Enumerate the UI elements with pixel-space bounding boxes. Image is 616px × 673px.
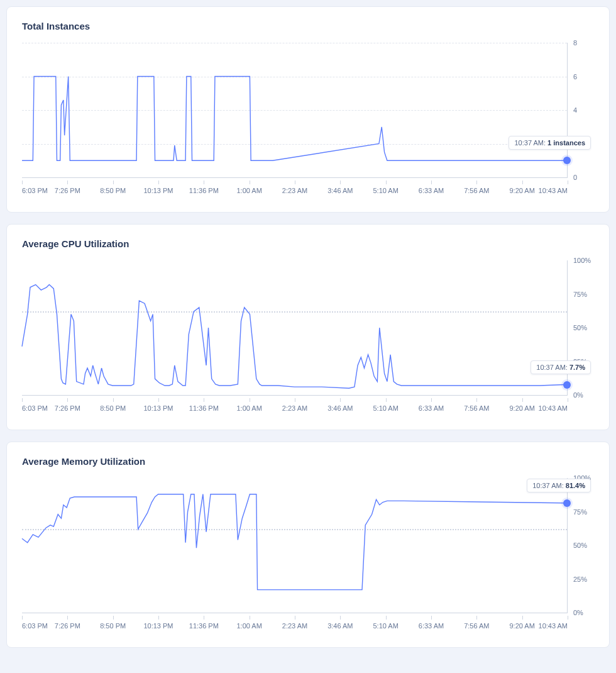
x-tick-label: 2:23 AM [282,622,307,630]
y-tick-label: 75% [569,508,593,516]
x-tick-label: 7:26 PM [55,404,80,412]
chart-wrap: 0246810:37 AM: 1 instances6:03 PM7:26 PM… [22,43,594,202]
x-tick-label: 1:00 AM [236,404,261,412]
x-tick-label: 9:20 AM [509,187,534,194]
data-point-marker[interactable] [563,499,571,507]
x-tick-label: 7:56 AM [464,187,489,194]
x-tick-label: 3:46 AM [327,622,353,630]
series-svg [22,260,567,395]
x-tick-label: 11:36 PM [189,404,219,412]
plot-area[interactable]: 0246810:37 AM: 1 instances [22,43,568,178]
panel-title: Average CPU Utilization [22,238,594,249]
chart-panel-cpu: Average CPU Utilization0%25%50%75%100%10… [6,224,610,430]
y-tick-label: 50% [569,324,593,331]
panel-title: Average Memory Utilization [22,456,594,467]
x-tick-label: 3:46 AM [327,187,353,194]
plot-area[interactable]: 0%25%50%75%100%10:37 AM: 7.7% [22,260,568,396]
data-point-marker[interactable] [563,381,571,389]
x-tick-label: 8:50 PM [100,404,126,412]
x-tick-label: 7:56 AM [464,622,489,630]
x-tick-label: 7:26 PM [55,187,80,194]
chart-wrap: 0%25%50%75%100%10:37 AM: 7.7%6:03 PM7:26… [22,260,594,420]
y-tick-label: 25% [569,576,593,583]
x-tick-label: 6:03 PM [22,622,48,630]
x-tick-label: 10:43 AM [539,187,568,194]
x-axis: 6:03 PM7:26 PM8:50 PM10:13 PM11:36 PM1:0… [22,181,568,202]
x-axis: 6:03 PM7:26 PM8:50 PM10:13 PM11:36 PM1:0… [22,616,568,637]
series-svg [22,43,567,177]
tooltip-time: 10:37 AM: [532,482,566,489]
x-tick-label: 2:23 AM [282,187,307,194]
x-tick-label: 2:23 AM [282,404,307,412]
x-tick-label: 6:33 AM [419,622,444,630]
x-tick-label: 6:33 AM [419,404,444,412]
x-tick-label: 5:10 AM [373,622,398,630]
x-tick-label: 3:46 AM [327,404,353,412]
series-svg [22,478,567,613]
y-tick-label: 50% [569,542,593,549]
panel-title: Total Instances [22,21,594,31]
x-tick-label: 5:10 AM [373,187,398,194]
x-tick-label: 1:00 AM [236,187,261,194]
x-tick-label: 8:50 PM [100,622,126,630]
x-tick-label: 9:20 AM [509,622,534,630]
y-tick-label: 75% [569,291,593,298]
chart-panel-memory: Average Memory Utilization0%25%50%75%100… [6,442,610,648]
x-tick-label: 10:43 AM [539,622,568,630]
x-tick-label: 10:13 PM [143,404,173,412]
y-tick-label: 0% [569,391,593,399]
x-tick-label: 5:10 AM [373,404,398,412]
tooltip-time: 10:37 AM: [514,139,547,147]
x-tick-label: 10:13 PM [143,622,173,630]
chart-wrap: 0%25%50%75%100%10:37 AM: 81.4%6:03 PM7:2… [22,478,594,637]
x-tick-label: 10:13 PM [143,187,173,194]
x-tick-label: 7:26 PM [55,622,80,630]
y-tick-label: 0 [569,174,593,181]
x-tick-label: 6:33 AM [419,187,444,194]
x-tick-label: 11:36 PM [189,187,219,194]
x-tick-label: 9:20 AM [509,404,534,412]
plot-area[interactable]: 0%25%50%75%100%10:37 AM: 81.4% [22,478,568,613]
x-tick-label: 8:50 PM [100,187,126,194]
tooltip: 10:37 AM: 7.7% [531,360,591,374]
y-tick-label: 8 [569,39,593,47]
x-tick-label: 7:56 AM [464,404,489,412]
x-tick-label: 6:03 PM [22,187,48,194]
tooltip-value: 1 instances [547,139,585,147]
chart-panel-instances: Total Instances0246810:37 AM: 1 instance… [6,6,610,213]
tooltip-value: 7.7% [569,364,585,371]
x-axis: 6:03 PM7:26 PM8:50 PM10:13 PM11:36 PM1:0… [22,398,568,420]
x-tick-label: 11:36 PM [189,622,219,630]
y-tick-label: 6 [569,73,593,81]
tooltip-time: 10:37 AM: [536,364,569,371]
x-tick-label: 10:43 AM [539,404,568,412]
y-tick-label: 100% [569,257,593,264]
tooltip: 10:37 AM: 81.4% [527,479,591,492]
tooltip: 10:37 AM: 1 instances [509,136,591,150]
tooltip-value: 81.4% [566,482,585,489]
x-tick-label: 1:00 AM [236,622,261,630]
y-tick-label: 4 [569,106,593,114]
data-point-marker[interactable] [563,157,571,164]
x-tick-label: 6:03 PM [22,404,48,412]
y-tick-label: 0% [569,609,593,616]
